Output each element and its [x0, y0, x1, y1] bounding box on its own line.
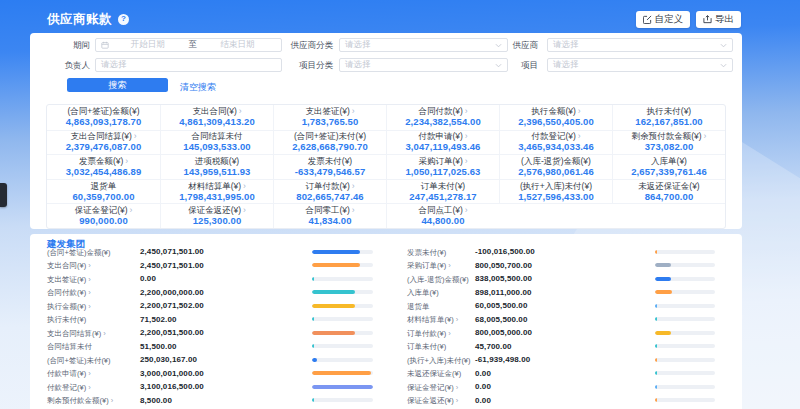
summary-cell: 合同结算未付145,093,533.00	[160, 130, 273, 155]
metric-value: 4,861,309,413.20	[179, 117, 255, 127]
detail-metric-value: 0.00	[140, 274, 156, 283]
project-placeholder: 请选择	[553, 59, 579, 71]
period-daterange-input[interactable]: 开始日期 至 结束日期	[95, 38, 282, 52]
chevron-right-icon: ›	[352, 106, 355, 116]
summary-cell[interactable]: 合同付款(¥)›2,234,382,554.00	[386, 105, 499, 130]
detail-metric-label: (执行+入库)未付(¥)	[407, 356, 471, 366]
detail-metric-label[interactable]: 付款申请(¥)›	[47, 369, 91, 379]
metric-bar-fill	[655, 277, 671, 281]
metric-value: 3,047,119,493.46	[405, 142, 480, 152]
metric-bar-fill	[312, 398, 314, 402]
summary-cell[interactable]: 支出合同结算(¥)›2,379,476,087.00	[47, 130, 160, 155]
metric-value: 1,783,765.50	[302, 117, 359, 127]
chevron-right-icon: ›	[88, 288, 91, 297]
metric-label: (入库-退货)金额(¥)	[521, 157, 591, 166]
summary-cell[interactable]: 剩余预付款金额(¥)›373,082.00	[612, 130, 725, 155]
summary-cell[interactable]: 材料结算单(¥)›1,798,431,995.00	[160, 179, 273, 204]
detail-row: 付款申请(¥)›3,000,001,000.00未返还保证金(¥)0.00	[30, 367, 742, 381]
detail-metric-value: -61,939,498.00	[475, 355, 530, 364]
metric-label: 合同付款(¥)›	[418, 107, 467, 116]
metric-bar	[312, 250, 373, 254]
detail-metric-value: 898,011,000.00	[475, 288, 532, 297]
supplier-category-placeholder: 请选择	[345, 39, 371, 51]
project-category-select[interactable]: 请选择	[339, 58, 508, 72]
summary-cell[interactable]: 采购订单(¥)›1,050,117,025.63	[386, 154, 499, 179]
detail-metric-label[interactable]: 执行金额(¥)›	[47, 302, 91, 312]
metric-label: 付款登记(¥)›	[531, 132, 580, 141]
search-button[interactable]: 搜索	[67, 78, 168, 92]
metric-label: 支出合同(¥)›	[192, 107, 241, 116]
metric-label: 合同点工(¥)›	[418, 206, 467, 215]
chevron-right-icon: ›	[465, 106, 468, 116]
clear-search-link[interactable]: 清空搜索	[180, 81, 216, 94]
metric-bar-fill	[655, 290, 672, 294]
supplier-detail-panel: 建发集团 (合同+签证)金额(¥)2,450,071,501.00发票未付(¥)…	[30, 234, 742, 409]
supplier-category-select[interactable]: 请选择	[339, 38, 508, 52]
detail-metric-value: 60,005,500.00	[475, 301, 527, 310]
filter-label-project-category: 项目分类	[285, 60, 333, 70]
metric-bar	[312, 385, 373, 389]
sidebar-collapse-handle[interactable]	[0, 183, 7, 207]
metric-label: 未返还保证金(¥)	[638, 182, 699, 191]
detail-metric-label: 订单未付(¥)	[407, 342, 446, 352]
metric-value: 2,628,668,790.70	[292, 142, 368, 152]
detail-metric-label: (入库-退货)金额(¥)	[407, 275, 469, 285]
summary-cell[interactable]: 发票金额(¥)›3,032,454,486.89	[47, 154, 160, 179]
metric-bar-fill	[655, 250, 657, 254]
summary-cell[interactable]: 订单付款(¥)›802,665,747.46	[273, 179, 386, 204]
summary-cell[interactable]: 合同零工(¥)›41,834.00	[273, 203, 386, 228]
chevron-right-icon: ›	[103, 329, 106, 338]
supplier-select[interactable]: 请选择	[547, 38, 733, 52]
summary-cell[interactable]: 合同点工(¥)›44,800.00	[386, 203, 499, 228]
summary-cell[interactable]: 执行金额(¥)›2,396,550,405.00	[499, 105, 612, 130]
summary-cell[interactable]: 支出签证(¥)›1,783,765.50	[273, 105, 386, 130]
detail-metric-label[interactable]: 材料结算单(¥)›	[407, 315, 458, 325]
detail-metric-label[interactable]: 剩余预付款金额(¥)›	[47, 396, 113, 406]
metric-label: 付款申请(¥)›	[418, 132, 467, 141]
help-icon[interactable]: ?	[118, 14, 129, 25]
detail-metric-label: 退货单	[407, 302, 430, 312]
project-select[interactable]: 请选择	[547, 58, 733, 72]
detail-metric-label[interactable]: 采购订单(¥)›	[407, 261, 451, 271]
export-icon	[703, 15, 712, 24]
owner-placeholder: 请选择	[101, 59, 127, 71]
detail-metric-label[interactable]: 支出合同(¥)›	[47, 261, 91, 271]
metric-bar-fill	[655, 358, 657, 362]
detail-metric-label: 发票未付(¥)	[407, 248, 446, 258]
detail-metric-value: 2,450,071,501.00	[140, 261, 204, 270]
summary-cell[interactable]: 支出合同(¥)›4,861,309,413.20	[160, 105, 273, 130]
detail-metric-label[interactable]: 付款登记(¥)›	[47, 383, 91, 393]
detail-metric-value: 0.00	[475, 396, 491, 405]
summary-cell: 未返还保证金(¥)864,700.00	[612, 179, 725, 204]
metric-bar-fill	[312, 263, 360, 267]
detail-metric-value: 0.00	[475, 382, 491, 391]
summary-cell[interactable]: 保证金登记(¥)›990,000.00	[47, 203, 160, 228]
detail-metric-label[interactable]: 保证金登记(¥)›	[407, 383, 458, 393]
detail-metric-value: 51,500.00	[140, 342, 177, 351]
detail-metric-label[interactable]: 支出签证(¥)›	[47, 275, 91, 285]
metric-label: 执行未付(¥)	[647, 107, 691, 116]
metric-label: 入库单(¥)	[651, 157, 687, 166]
customize-button[interactable]: 自定义	[636, 11, 691, 28]
summary-cell: 进项税额(¥)143,959,511.93	[160, 154, 273, 179]
detail-metric-value: 0.00	[475, 369, 491, 378]
metric-value: 802,665,747.46	[296, 192, 363, 202]
export-button-label: 导出	[715, 13, 734, 26]
detail-metric-label[interactable]: 订单付款(¥)›	[407, 329, 451, 339]
detail-metric-label[interactable]: 合同付款(¥)›	[47, 288, 91, 298]
filter-label-supplier-category: 供应商分类	[285, 40, 333, 50]
owner-select[interactable]: 请选择	[95, 58, 282, 72]
export-button[interactable]: 导出	[696, 11, 741, 28]
detail-metric-label[interactable]: 支出合同结算(¥)›	[47, 329, 106, 339]
detail-metric-label: (合同+签证)金额(¥)	[47, 248, 111, 258]
summary-cell[interactable]: 保证金返还(¥)›125,300.00	[160, 203, 273, 228]
metric-value: 3,465,934,033.46	[518, 142, 594, 152]
metric-value: 2,576,980,061.46	[518, 167, 594, 177]
summary-cell[interactable]: 付款申请(¥)›3,047,119,493.46	[386, 130, 499, 155]
detail-metric-value: 838,005,500.00	[475, 274, 532, 283]
metric-bar	[655, 263, 715, 267]
detail-metric-label[interactable]: 保证金返还(¥)›	[407, 396, 458, 406]
summary-cell[interactable]: 付款登记(¥)›3,465,934,033.46	[499, 130, 612, 155]
detail-row: 剩余预付款金额(¥)›8,500.00保证金返还(¥)›0.00	[30, 394, 742, 408]
metric-bar	[655, 317, 715, 321]
